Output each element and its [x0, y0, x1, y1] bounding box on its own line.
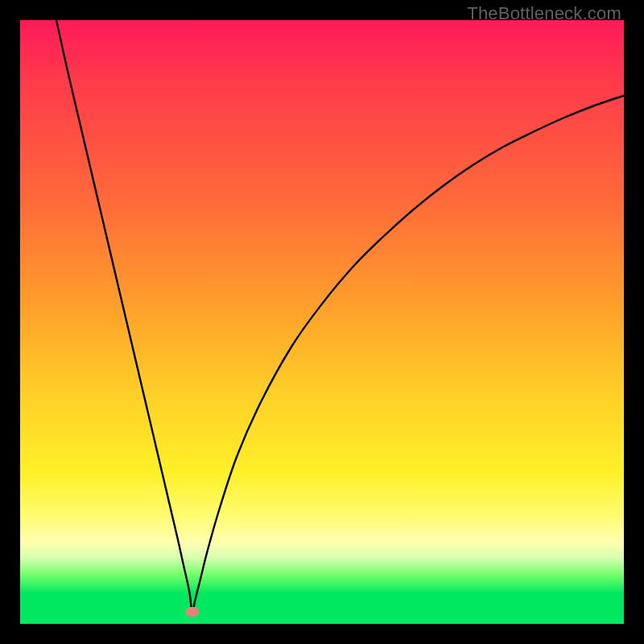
plot-area [20, 20, 624, 624]
curve-svg [20, 20, 624, 624]
optimum-marker [186, 607, 199, 617]
bottleneck-curve [56, 20, 624, 612]
chart-frame: TheBottleneck.com [0, 0, 644, 644]
